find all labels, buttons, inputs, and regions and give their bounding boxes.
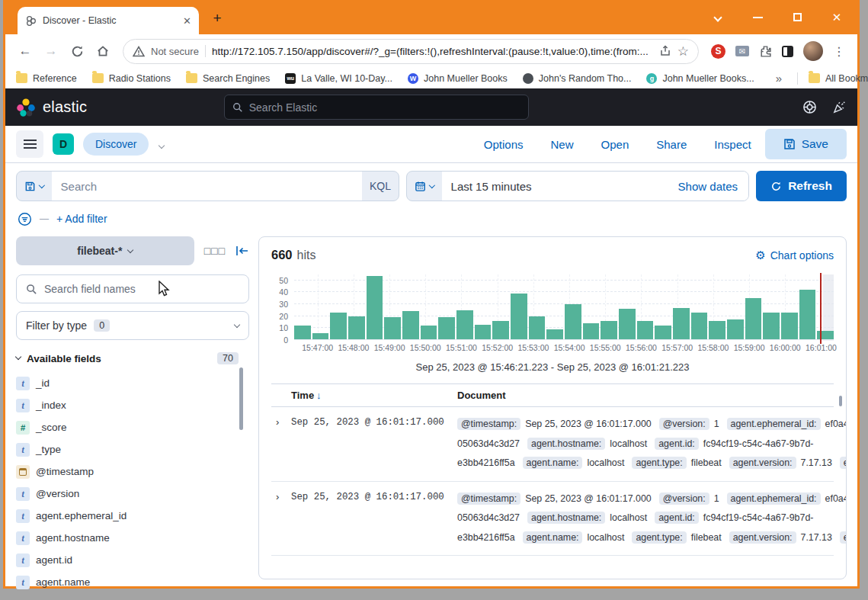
histogram-bar[interactable] [745, 298, 762, 340]
share-icon[interactable] [659, 45, 671, 57]
bookmarks-overflow-icon[interactable]: » [776, 72, 782, 85]
reload-icon[interactable] [66, 40, 88, 62]
chart-options-button[interactable]: ⚙ Chart options [755, 249, 834, 261]
space-badge[interactable]: D [53, 133, 74, 155]
histogram-bar[interactable] [492, 321, 509, 340]
bookmark-item[interactable]: gJohn Mueller Books... [646, 73, 754, 84]
histogram-bar[interactable] [691, 313, 708, 340]
bookmark-item[interactable]: wuLa Valle, WI 10-Day... [285, 73, 392, 84]
time-range-value[interactable]: Last 15 minutes [442, 172, 668, 201]
bookmark-item[interactable]: Radio Stations [92, 73, 171, 84]
filter-by-type-select[interactable]: Filter by type 0 [16, 311, 249, 340]
expand-row-icon[interactable]: › [271, 489, 291, 548]
tab-close-icon[interactable]: ✕ [183, 15, 191, 27]
bookmark-item[interactable]: Search Engines [186, 73, 270, 84]
forward-icon[interactable]: → [40, 40, 62, 62]
global-search-input[interactable]: Search Elastic [224, 95, 529, 120]
home-icon[interactable] [92, 40, 114, 62]
menu-hamburger-icon[interactable] [16, 130, 43, 158]
field-search-input[interactable]: Search field names [16, 274, 249, 303]
extensions-puzzle-icon[interactable] [759, 45, 772, 58]
field-list-item[interactable]: tagent.ephemeral_id [16, 505, 249, 527]
menu-inspect-button[interactable]: Inspect [714, 138, 751, 151]
histogram-bar[interactable] [348, 316, 365, 340]
refresh-button[interactable]: Refresh [756, 171, 847, 201]
field-list-item[interactable]: tagent.id [16, 549, 249, 571]
histogram-bar[interactable] [673, 308, 690, 340]
not-secure-warning-icon[interactable] [133, 46, 145, 57]
histogram-bar[interactable] [529, 316, 546, 340]
field-list-item[interactable]: @timestamp [16, 460, 249, 483]
bookmark-star-icon[interactable]: ☆ [677, 43, 689, 59]
histogram-bar[interactable] [655, 326, 671, 340]
chrome-menu-icon[interactable]: ⋮ [833, 44, 845, 59]
save-button[interactable]: Save [765, 129, 847, 159]
field-list-item[interactable]: t@version [16, 483, 249, 505]
back-icon[interactable]: ← [14, 40, 36, 62]
extension-dark-mode-icon[interactable] [782, 46, 793, 57]
histogram-bar[interactable] [781, 313, 798, 340]
saved-query-menu-button[interactable] [17, 172, 52, 201]
histogram-bar[interactable] [421, 326, 437, 340]
histogram-bar[interactable] [511, 294, 527, 340]
browser-tab[interactable]: Discover - Elastic ✕ [18, 7, 199, 34]
histogram-bar[interactable] [546, 329, 563, 340]
minimize-button[interactable] [749, 9, 766, 26]
extension-s-icon[interactable]: S [711, 44, 725, 59]
sort-descending-icon[interactable]: ↓ [316, 390, 322, 401]
menu-share-button[interactable]: Share [656, 138, 687, 151]
available-fields-header[interactable]: Available fields 70 [16, 352, 249, 364]
histogram-bar[interactable] [367, 276, 383, 340]
menu-options-button[interactable]: Options [484, 138, 524, 151]
kql-language-button[interactable]: KQL [362, 172, 399, 201]
histogram-bar[interactable] [384, 317, 401, 340]
histogram-bar[interactable] [565, 304, 581, 340]
histogram-bar[interactable] [619, 309, 636, 340]
field-list-item[interactable]: t_type [16, 438, 249, 460]
filter-icon[interactable] [18, 212, 32, 226]
all-bookmarks-button[interactable]: All Bookmarks [809, 73, 868, 84]
time-column-header[interactable]: Time↓ [291, 390, 457, 401]
field-list-item[interactable]: t_index [16, 394, 249, 416]
bookmark-item[interactable]: WJohn Mueller Books [408, 73, 508, 84]
index-pattern-selector[interactable]: filebeat-* [16, 236, 194, 265]
bookmark-item[interactable]: Reference [16, 73, 77, 84]
expand-row-icon[interactable]: › [271, 415, 291, 473]
index-pattern-options-icon[interactable]: □□□ [204, 245, 226, 257]
show-dates-button[interactable]: Show dates [668, 172, 748, 201]
date-quick-menu-button[interactable] [407, 172, 442, 201]
histogram-bar[interactable] [475, 325, 492, 340]
field-list-item[interactable]: tagent.name [16, 571, 249, 593]
histogram-bar[interactable] [456, 310, 473, 340]
table-scrollbar[interactable] [839, 396, 842, 406]
histogram-bar[interactable] [799, 290, 816, 340]
address-bar[interactable]: Not secure http://172.105.7.150/app/disc… [123, 39, 699, 64]
add-filter-button[interactable]: + Add filter [56, 213, 107, 225]
histogram-bar[interactable] [763, 313, 780, 340]
chevron-down-icon[interactable] [159, 137, 164, 151]
histogram-bar[interactable] [402, 311, 419, 340]
new-tab-button[interactable]: + [208, 10, 226, 28]
bookmark-item[interactable]: John's Random Tho... [523, 73, 632, 84]
histogram-bar[interactable] [709, 321, 725, 340]
collapse-sidebar-icon[interactable] [235, 245, 249, 257]
elastic-logo[interactable]: elastic [16, 98, 87, 117]
histogram-bar[interactable] [294, 326, 311, 340]
tab-search-icon[interactable] [709, 9, 726, 26]
field-list-item[interactable]: tagent.hostname [16, 527, 249, 549]
field-list-item[interactable]: t_id [16, 372, 249, 394]
field-list-item[interactable]: #_score [16, 416, 249, 438]
newsfeed-icon[interactable] [832, 100, 847, 114]
menu-new-button[interactable]: New [551, 138, 574, 151]
histogram-bar[interactable] [438, 317, 455, 340]
kql-search-input[interactable]: Search [52, 172, 362, 201]
menu-open-button[interactable]: Open [601, 138, 629, 151]
histogram-bar[interactable] [601, 321, 617, 340]
help-icon[interactable] [802, 100, 817, 114]
profile-avatar[interactable] [803, 41, 823, 61]
breadcrumb[interactable]: Discover [83, 133, 149, 156]
maximize-button[interactable] [789, 9, 806, 26]
histogram-bar[interactable] [583, 323, 600, 340]
sidebar-scrollbar[interactable] [239, 367, 243, 430]
close-button[interactable]: ✕ [828, 9, 845, 26]
